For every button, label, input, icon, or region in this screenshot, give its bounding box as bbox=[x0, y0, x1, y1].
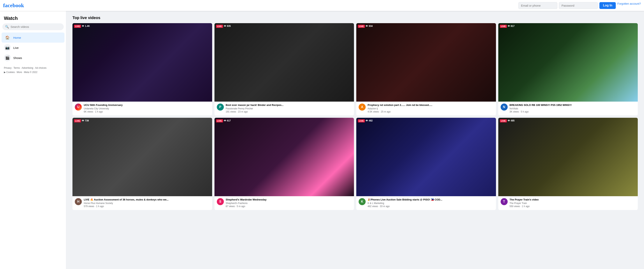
eye-icon-7: 👁 bbox=[366, 119, 368, 122]
live-badge-2: LIVE bbox=[216, 25, 223, 28]
sidebar-item-home[interactable]: 🏠 Home bbox=[2, 32, 64, 43]
video-avatar-5: H bbox=[75, 198, 82, 205]
thumb-content-4 bbox=[498, 23, 638, 102]
view-count-value-5: 739 bbox=[85, 119, 89, 122]
video-card-5[interactable]: LIVE 👁 739 H LIVE 🔥 Auction Assessment o… bbox=[72, 118, 212, 210]
video-text-4: BREAKING SOLO RB 100 WINS!!! PS5 1952 WI… bbox=[510, 104, 636, 113]
view-count-5: 👁 739 bbox=[82, 119, 89, 122]
video-card-8[interactable]: LIVE 👁 485 T The Prayer Train's video Th… bbox=[498, 118, 638, 210]
video-thumbnail-1: LIVE 👁 1.4K bbox=[72, 23, 212, 102]
video-info-1: U UCU 56th Founding Anniversary Urdaneta… bbox=[72, 102, 212, 115]
view-count-4: 👁 817 bbox=[508, 25, 515, 27]
eye-icon-2: 👁 bbox=[224, 25, 226, 27]
thumb-content-1 bbox=[72, 23, 212, 102]
view-count-6: 👁 617 bbox=[224, 119, 231, 122]
sidebar-item-live[interactable]: 📷 Live bbox=[2, 43, 64, 53]
section-title: Top live videos bbox=[72, 15, 638, 20]
view-count-2: 👁 935 bbox=[224, 25, 231, 27]
shows-icon: 🎬 bbox=[4, 54, 11, 61]
sidebar: Watch 🔍 🏠 Home 📷 Live 🎬 Shows Privacy · … bbox=[0, 11, 66, 269]
sidebar-item-live-label: Live bbox=[13, 46, 19, 49]
video-thumbnail-4: LIVE 👁 817 bbox=[498, 23, 638, 102]
home-icon: 🏠 bbox=[4, 34, 11, 41]
live-badge-3: LIVE bbox=[358, 25, 365, 28]
video-info-3: A Prophecy nd solution part 2...... Join… bbox=[356, 102, 496, 115]
video-meta-8: 550 views · 1 h ago bbox=[510, 205, 636, 208]
video-grid: LIVE 👁 1.4K U UCU 56th Founding Annivers… bbox=[72, 23, 638, 210]
video-title-7: 🎉Phones Live Auction Sale Bidding starts… bbox=[368, 198, 494, 202]
footer-link-adchoices[interactable]: Ad choices bbox=[35, 67, 46, 69]
view-count-8: 👁 485 bbox=[508, 119, 515, 122]
footer-meta: Meta © 2022 bbox=[24, 71, 38, 74]
video-card-7[interactable]: LIVE 👁 482 K 🎉Phones Live Auction Sale B… bbox=[356, 118, 496, 210]
facebook-logo: facebook bbox=[3, 2, 24, 8]
video-channel-4: NoVitals bbox=[510, 107, 636, 110]
video-card-1[interactable]: LIVE 👁 1.4K U UCU 56th Founding Annivers… bbox=[72, 23, 212, 115]
video-title-2: Best ever mason jar hack! Binder and Rec… bbox=[226, 104, 352, 107]
header: facebook Log In Forgotten account? bbox=[0, 0, 644, 11]
view-count-1: 👁 1.4K bbox=[82, 25, 90, 27]
sidebar-title: Watch bbox=[2, 14, 64, 23]
video-text-2: Best ever mason jar hack! Binder and Rec… bbox=[226, 104, 352, 113]
eye-icon-8: 👁 bbox=[508, 119, 510, 122]
header-inputs: Log In Forgotten account? bbox=[518, 2, 641, 9]
view-count-value-6: 617 bbox=[227, 119, 231, 122]
video-card-4[interactable]: LIVE 👁 817 N BREAKING SOLO RB 100 WINS!!… bbox=[498, 23, 638, 115]
video-avatar-6: S bbox=[217, 198, 224, 205]
video-thumbnail-6: LIVE 👁 617 bbox=[214, 118, 354, 196]
live-camera-icon: 📷 bbox=[4, 44, 11, 51]
video-avatar-1: U bbox=[75, 104, 82, 111]
video-info-6: S Shepherd's Wardrobe Wednesday Shepherd… bbox=[214, 196, 354, 210]
search-icon: 🔍 bbox=[5, 25, 9, 29]
live-badge-6: LIVE bbox=[216, 119, 223, 122]
forgot-account-link[interactable]: Forgotten account? bbox=[617, 2, 641, 9]
video-meta-2: 191 views · 23 m ago bbox=[226, 110, 352, 113]
video-avatar-2: P bbox=[217, 104, 224, 111]
video-title-8: The Prayer Train's video bbox=[510, 198, 636, 202]
view-count-value-4: 817 bbox=[511, 25, 515, 27]
video-title-4: BREAKING SOLO RB 100 WINS!!! PS5 1952 WI… bbox=[510, 104, 636, 107]
view-count-value-8: 485 bbox=[511, 119, 515, 122]
view-count-value-7: 482 bbox=[369, 119, 373, 122]
footer-link-terms[interactable]: Terms bbox=[14, 67, 20, 69]
video-meta-5: 579 views · 1 h ago bbox=[84, 205, 210, 208]
footer-link-privacy[interactable]: Privacy bbox=[4, 67, 12, 69]
login-button[interactable]: Log In bbox=[600, 2, 616, 9]
video-info-5: H LIVE 🔥 Auction Assessment of 36 horses… bbox=[72, 196, 212, 210]
video-info-4: N BREAKING SOLO RB 100 WINS!!! PS5 1952 … bbox=[498, 102, 638, 115]
live-badge-8: LIVE bbox=[500, 119, 507, 122]
video-text-1: UCU 56th Founding Anniversary Urdaneta C… bbox=[84, 104, 210, 113]
main-content: Top live videos LIVE 👁 1.4K U UCU 56th F… bbox=[66, 11, 644, 269]
video-card-6[interactable]: LIVE 👁 617 S Shepherd's Wardrobe Wednesd… bbox=[214, 118, 354, 210]
thumb-content-3 bbox=[356, 23, 496, 102]
video-channel-3: Adazion lj bbox=[368, 107, 494, 110]
view-count-3: 👁 934 bbox=[366, 25, 373, 27]
video-avatar-8: T bbox=[501, 198, 508, 205]
video-meta-4: 3K views · 5 h ago bbox=[510, 110, 636, 113]
video-card-2[interactable]: LIVE 👁 935 P Best ever mason jar hack! B… bbox=[214, 23, 354, 115]
video-channel-7: K & L Marketing bbox=[368, 202, 494, 205]
eye-icon-6: 👁 bbox=[224, 119, 226, 122]
password-field[interactable] bbox=[559, 2, 598, 9]
footer-link-advertising[interactable]: Advertising bbox=[22, 67, 33, 69]
video-avatar-7: K bbox=[358, 198, 366, 205]
video-channel-1: Urdaneta City University bbox=[84, 107, 210, 110]
live-badge-7: LIVE bbox=[358, 119, 365, 122]
eye-icon-3: 👁 bbox=[366, 25, 368, 27]
email-field[interactable] bbox=[518, 2, 557, 9]
video-info-2: P Best ever mason jar hack! Binder and R… bbox=[214, 102, 354, 115]
footer-link-more[interactable]: More bbox=[17, 71, 22, 74]
video-thumbnail-7: LIVE 👁 482 bbox=[356, 118, 496, 196]
video-thumbnail-8: LIVE 👁 485 bbox=[498, 118, 638, 196]
video-channel-8: The Prayer Train bbox=[510, 202, 636, 205]
sidebar-item-home-label: Home bbox=[13, 36, 21, 39]
search-input[interactable] bbox=[10, 25, 61, 28]
sidebar-item-shows-label: Shows bbox=[13, 56, 22, 59]
sidebar-item-shows[interactable]: 🎬 Shows bbox=[2, 53, 64, 63]
video-meta-3: 4.5K views · 25 m ago bbox=[368, 110, 494, 113]
view-count-value-1: 1.4K bbox=[85, 25, 90, 27]
eye-icon-4: 👁 bbox=[508, 25, 510, 27]
video-card-3[interactable]: LIVE 👁 934 A Prophecy nd solution part 2… bbox=[356, 23, 496, 115]
footer-link-cookies[interactable]: ▶ Cookies bbox=[4, 71, 15, 74]
video-meta-1: 6K views · 1 h ago bbox=[84, 110, 210, 113]
